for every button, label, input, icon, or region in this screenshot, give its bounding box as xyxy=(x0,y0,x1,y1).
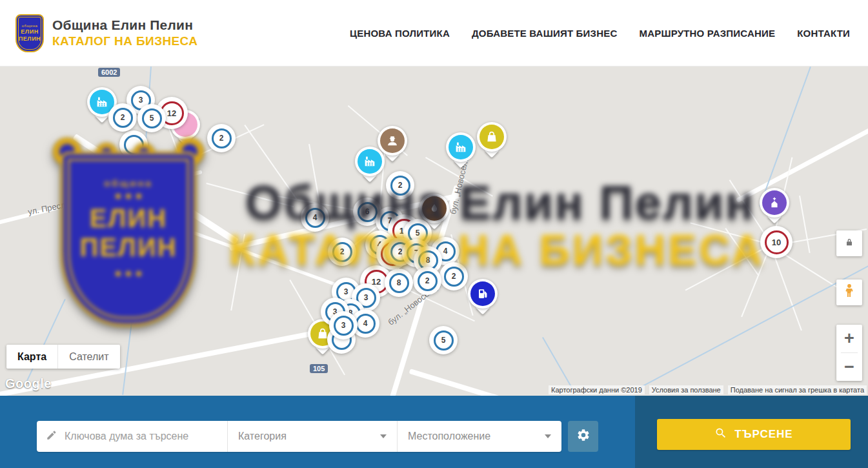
site-logo[interactable]: община ЕЛИН ПЕЛИН Община Елин Пелин КАТА… xyxy=(15,14,197,52)
search-bar: Категория Местоположение ТЪРСЕНЕ xyxy=(0,396,868,468)
cluster-marker[interactable]: 2 xyxy=(108,103,137,132)
lock-icon xyxy=(844,237,854,250)
pegman-icon xyxy=(841,283,858,302)
location-select-label: Местоположение xyxy=(408,431,490,442)
nav-route-schedule[interactable]: МАРШРУТНО РАЗПИСАНИЕ xyxy=(639,28,775,39)
emblem-name-line2: ПЕЛИН xyxy=(19,36,41,42)
watermark-subtitle: КАТАЛОГ НА БИЗНЕСА xyxy=(216,225,778,274)
zoom-in-button[interactable]: + xyxy=(836,325,862,352)
watermark-emblem-top: община xyxy=(104,178,153,188)
site-header: община ЕЛИН ПЕЛИН Община Елин Пелин КАТА… xyxy=(0,0,868,66)
fuel-pump-icon xyxy=(470,281,495,306)
main-nav: ЦЕНОВА ПОЛИТИКА ДОБАВЕТЕ ВАШИЯТ БИЗНЕС М… xyxy=(350,28,853,39)
zoom-out-button[interactable]: − xyxy=(836,353,862,381)
category-select-label: Категория xyxy=(238,431,287,442)
zoom-control: + − xyxy=(836,325,862,381)
google-logo[interactable]: Google xyxy=(5,376,52,391)
watermark-title: Община Елин Пелин xyxy=(213,175,787,230)
gear-icon xyxy=(576,428,590,445)
watermark-emblem-name2: ПЕЛИН xyxy=(79,233,177,262)
bag-pin-marker[interactable] xyxy=(477,122,507,159)
keyword-search-input[interactable] xyxy=(65,431,218,442)
municipality-emblem-icon: община ЕЛИН ПЕЛИН xyxy=(15,14,44,52)
pencil-icon xyxy=(46,429,57,443)
cluster-count: 4 xyxy=(356,314,376,334)
watermark-emblem: община ЕЛИН ПЕЛИН xyxy=(54,137,203,326)
site-title: Община Елин Пелин xyxy=(52,17,197,33)
shopping-bag-icon xyxy=(479,125,504,149)
cluster-marker[interactable]: 3 xyxy=(329,311,358,340)
location-select[interactable]: Местоположение xyxy=(398,421,561,452)
map-type-map-button[interactable]: Карта xyxy=(6,345,57,369)
nav-add-business[interactable]: ДОБАВЕТЕ ВАШИЯТ БИЗНЕС xyxy=(472,28,617,39)
cluster-count: 2 xyxy=(113,108,133,128)
google-map[interactable]: 6002 105 ул. Преслав бул. „Новоселци“ бу… xyxy=(0,66,868,396)
cluster-marker[interactable]: 5 xyxy=(429,326,458,354)
lock-button[interactable] xyxy=(836,230,862,256)
cluster-count: 5 xyxy=(434,331,454,351)
emblem-top-word: община xyxy=(22,24,38,28)
fuel-pin-marker[interactable] xyxy=(468,279,498,316)
cluster-count: 5 xyxy=(142,108,162,128)
chevron-down-icon xyxy=(545,434,551,438)
factory-icon xyxy=(449,135,473,159)
terms-link[interactable]: Условия за ползване xyxy=(649,385,723,394)
map-data-copyright: Картографски данни ©2019 xyxy=(549,385,645,394)
map-type-control: Карта Сателит xyxy=(6,345,120,369)
cluster-marker[interactable]: 2 xyxy=(207,124,236,152)
cluster-count: 8 xyxy=(389,273,409,293)
category-select[interactable]: Категория xyxy=(228,421,398,452)
search-submit-button[interactable]: ТЪРСЕНЕ xyxy=(657,419,851,450)
street-view-pegman-button[interactable] xyxy=(836,280,862,305)
watermark-emblem-name1: ЕЛИН xyxy=(90,204,167,233)
advanced-search-button[interactable] xyxy=(568,421,598,452)
search-button-label: ТЪРСЕНЕ xyxy=(734,428,792,441)
cluster-count: 2 xyxy=(212,128,232,148)
factory-pin-marker[interactable] xyxy=(446,132,476,170)
factory-icon xyxy=(358,149,382,174)
nav-contacts[interactable]: КОНТАКТИ xyxy=(797,28,850,39)
site-subtitle: КАТАЛОГ НА БИЗНЕСА xyxy=(52,34,197,48)
cluster-count: 3 xyxy=(334,316,354,336)
keyword-field-wrap xyxy=(37,421,228,452)
cluster-marker[interactable]: 5 xyxy=(137,104,166,132)
search-form: Категория Местоположение xyxy=(37,421,561,452)
report-error-link[interactable]: Подаване на сигнал за грешка в картата xyxy=(728,385,867,394)
brand-text: Община Елин Пелин КАТАЛОГ НА БИЗНЕСА xyxy=(52,17,197,48)
search-icon xyxy=(714,427,727,443)
map-type-satellite-button[interactable]: Сателит xyxy=(57,345,119,369)
nav-pricing[interactable]: ЦЕНОВА ПОЛИТИКА xyxy=(350,28,450,39)
chevron-down-icon xyxy=(380,434,387,438)
map-attribution: Картографски данни ©2019 Условия за полз… xyxy=(549,385,867,394)
emblem-name-line1: ЕЛИН xyxy=(21,28,38,35)
